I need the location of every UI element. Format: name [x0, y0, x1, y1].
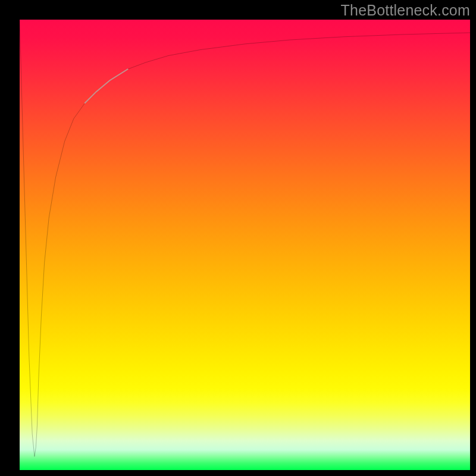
- curve-layer: [20, 20, 470, 470]
- highlight-segment: [85, 69, 128, 103]
- watermark-text: TheBottleneck.com: [341, 2, 470, 19]
- chart-frame: TheBottleneck.com: [0, 0, 476, 476]
- plot-area: [20, 20, 470, 470]
- bottleneck-curve: [20, 20, 470, 456]
